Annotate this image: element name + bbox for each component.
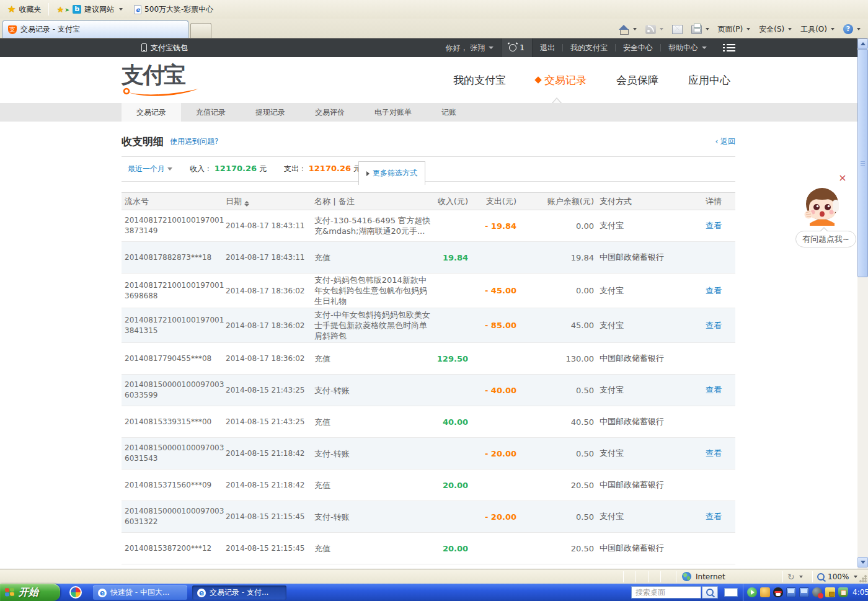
favorite-link-lottery[interactable]: e 500万大奖-彩票中心 (131, 4, 216, 15)
subnav-tab[interactable]: 充值记录 (181, 103, 241, 122)
view-detail-link[interactable]: 查看 (706, 221, 722, 230)
tray-qq-icon[interactable] (773, 587, 783, 597)
add-favorite-arrow-icon: ➤ (65, 7, 70, 13)
table-header: 流水号 日期 名称 | 备注 收入(元) 支出(元) 账户余额(元) 支付方式 … (122, 192, 735, 210)
cell-name: 支付-转账 (314, 385, 436, 396)
nav-item[interactable]: 会员保障 (616, 73, 658, 87)
help-link[interactable]: 使用遇到问题? (170, 136, 218, 147)
taskbar-item-alipay[interactable]: e 交易记录 - 支付... (192, 585, 286, 600)
rss-button[interactable] (643, 24, 666, 35)
mail-button[interactable] (670, 24, 685, 35)
start-button[interactable]: 开始 (0, 584, 60, 601)
ie-icon: e (197, 589, 206, 597)
table-row: 2014081721001001970013873149 2014-08-17 … (122, 210, 735, 242)
home-button[interactable] (616, 24, 639, 35)
service-avatar[interactable] (801, 184, 843, 226)
tray-alert-icon[interactable] (812, 587, 822, 597)
my-alipay-link[interactable]: 我的支付宝 (563, 38, 615, 57)
security-center-link[interactable]: 安全中心 (616, 38, 660, 57)
tray-network-icon[interactable] (786, 587, 796, 597)
keyboard-icon[interactable] (724, 588, 738, 597)
phone-icon (141, 43, 147, 52)
list-menu-icon[interactable] (723, 43, 735, 53)
view-detail-link[interactable]: 查看 (706, 321, 722, 330)
chevron-down-icon (167, 167, 172, 171)
subnav-tab[interactable]: 交易评价 (300, 103, 360, 122)
page-menu[interactable]: 页面(P) (715, 23, 753, 36)
favorites-button[interactable]: ★ 收藏夹 (5, 4, 43, 15)
scroll-down-button[interactable] (857, 557, 868, 568)
rss-icon (645, 25, 656, 34)
subnav-tab[interactable]: 电子对账单 (360, 103, 427, 122)
view-detail-link[interactable]: 查看 (706, 385, 722, 394)
sort-icon (244, 201, 249, 207)
tools-menu[interactable]: 工具(O) (798, 23, 837, 36)
date-range-select[interactable]: 最近一个月 (128, 164, 172, 174)
safety-menu[interactable]: 安全(S) (756, 23, 794, 36)
cell-detail: 查看 (675, 385, 735, 396)
status-bar: Internet ↻ 100% (0, 569, 868, 584)
cell-method: 支付宝 (594, 285, 675, 296)
view-detail-link[interactable]: 查看 (706, 512, 722, 521)
tray-network-icon-2[interactable] (799, 587, 809, 597)
back-link[interactable]: ‹ 返回 (715, 136, 735, 147)
help-menu[interactable]: ? (841, 23, 863, 35)
more-filters-button[interactable]: 更多筛选方式 (358, 161, 425, 185)
zoom-level: 100% (828, 572, 849, 581)
protected-mode-button[interactable]: ↻ (787, 569, 803, 584)
nav-item[interactable]: 我的支付宝 (453, 73, 506, 87)
quick-launch-icon[interactable] (69, 586, 82, 599)
tray-shield-icon[interactable] (838, 587, 848, 597)
cell-date: 2014-08-17 18:43:11 (226, 253, 314, 262)
nav-item[interactable]: 应用中心 (688, 73, 730, 87)
header-serial[interactable]: 流水号 (122, 196, 226, 207)
main-content: 收支明细 使用遇到问题? ‹ 返回 最近一个月 收入： 12170.26 元 支… (122, 122, 735, 564)
add-favorite-button[interactable]: ★ ➤ (54, 5, 66, 14)
notifications-button[interactable]: 1 (501, 38, 533, 57)
cell-serial: 20140815371560***09 (122, 480, 226, 491)
tray-player-icon[interactable] (747, 587, 757, 597)
desktop-search-input[interactable]: 搜索桌面 (631, 586, 701, 599)
suggested-sites-button[interactable]: b 建议网站 (70, 4, 125, 15)
new-tab-button[interactable] (190, 23, 211, 38)
service-bubble[interactable]: 有问题点我~ (795, 231, 856, 247)
view-detail-link[interactable]: 查看 (706, 448, 722, 458)
scroll-up-button[interactable] (857, 38, 868, 49)
header-date[interactable]: 日期 (226, 196, 314, 207)
alipay-logo[interactable]: 支付宝 (122, 63, 202, 99)
subnav-tab[interactable]: 记账 (427, 103, 471, 122)
scroll-thumb[interactable] (857, 49, 868, 277)
nav-caret (552, 97, 562, 103)
close-icon[interactable]: × (837, 172, 848, 184)
nav-item[interactable]: 交易记录 (536, 73, 587, 87)
cell-expense: - 40.00 (468, 386, 516, 395)
logout-link[interactable]: 退出 (533, 38, 562, 57)
subnav-tab[interactable]: 交易记录 (122, 103, 181, 122)
print-button[interactable] (689, 24, 712, 35)
cell-name: 充值 (314, 480, 436, 491)
cell-detail: 查看 (675, 448, 735, 459)
cell-method: 中国邮政储蓄银行 (594, 353, 675, 364)
cell-income: 20.00 (436, 481, 468, 490)
tray-lock-icon[interactable] (825, 587, 835, 597)
page-scrollbar[interactable] (857, 38, 868, 569)
view-detail-link[interactable]: 查看 (706, 286, 722, 295)
cell-name: 支付-转账 (314, 512, 436, 522)
cell-detail: 查看 (675, 511, 735, 522)
magnifier-icon (817, 573, 825, 581)
subnav-tab[interactable]: 提现记录 (241, 103, 300, 122)
cell-name: 充值 (314, 252, 436, 263)
taskbar-item-loan[interactable]: e 快速贷 - 中国大... (93, 585, 187, 600)
cell-balance: 0.00 (516, 286, 594, 295)
desktop-search-button[interactable] (702, 586, 718, 599)
wallet-link[interactable]: 支付宝钱包 (141, 38, 188, 57)
table-row: 2014081721001001970013698688 2014-08-17 … (122, 274, 735, 308)
tab-alipay[interactable]: 支 交易记录 - 支付宝 (2, 20, 188, 38)
help-center-link[interactable]: 帮助中心 (661, 38, 714, 57)
tray-gold-icon[interactable] (760, 587, 770, 597)
header-income: 收入(元) (436, 196, 468, 207)
zoom-control[interactable]: 100% (817, 569, 857, 584)
user-greeting[interactable]: 你好， 张翔 (438, 38, 502, 57)
cell-expense: - 45.00 (468, 286, 516, 295)
cell-detail: 查看 (675, 285, 735, 296)
